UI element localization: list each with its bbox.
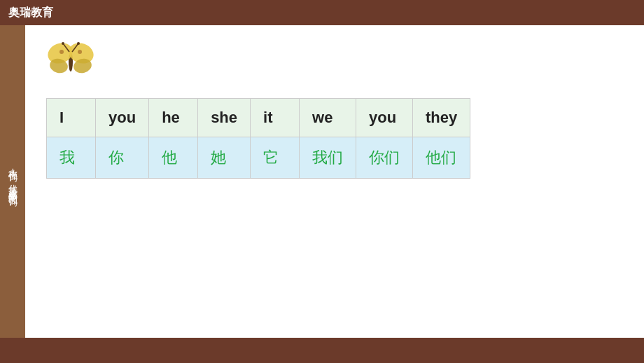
header-bar: 奥瑞教育 — [0, 0, 644, 25]
chinese-they: 他们 — [413, 137, 470, 179]
chinese-it: 它 — [251, 137, 300, 179]
header-we: we — [300, 99, 356, 137]
svg-point-9 — [62, 42, 64, 45]
chinese-he: 他 — [149, 137, 198, 179]
header-you2: you — [356, 99, 413, 137]
pronoun-table: I you he she it we you they 我 你 他 她 它 我们… — [46, 98, 470, 179]
svg-point-10 — [77, 42, 80, 45]
header-she: she — [198, 99, 251, 137]
main-content: 人称代词：代替人或者事物的代词。 — [0, 25, 644, 338]
header-I: I — [47, 99, 96, 137]
chinese-you2: 你们 — [356, 137, 413, 179]
chinese-we: 我们 — [300, 137, 356, 179]
sidebar: 人称代词：代替人或者事物的代词。 — [0, 25, 25, 338]
header-it: it — [251, 99, 300, 137]
chinese-you1: 你 — [96, 137, 149, 179]
chinese-I: 我 — [47, 137, 96, 179]
header-title: 奥瑞教育 — [8, 6, 53, 20]
content-area: I you he she it we you they 我 你 他 她 它 我们… — [25, 25, 644, 338]
table-chinese-row: 我 你 他 她 它 我们 你们 他们 — [47, 137, 470, 179]
header-they: they — [413, 99, 470, 137]
chinese-she: 她 — [198, 137, 251, 179]
butterfly-decoration — [46, 39, 95, 84]
table-header-row: I you he she it we you they — [47, 99, 470, 137]
svg-point-5 — [59, 50, 64, 54]
svg-point-6 — [78, 50, 82, 54]
sidebar-text: 人称代词：代替人或者事物的代词。 — [6, 161, 19, 202]
footer-bar — [0, 338, 644, 363]
header-you1: you — [96, 99, 149, 137]
header-he: he — [149, 99, 198, 137]
